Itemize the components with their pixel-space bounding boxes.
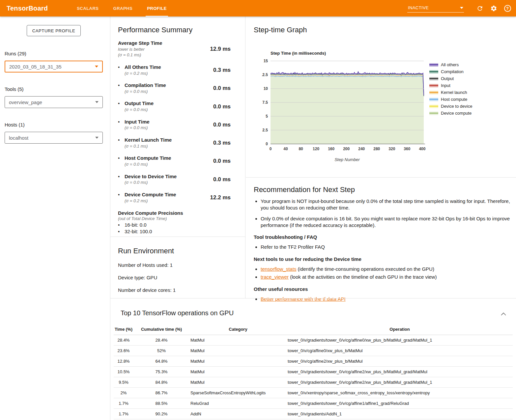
faq-bullet: Refer to the TF2 Profiler FAQ <box>261 244 514 250</box>
svg-text:12.5: 12.5 <box>262 72 268 77</box>
legend-label: Input <box>441 83 450 88</box>
tools-select[interactable]: overview_page <box>5 96 103 108</box>
summary-column: Performance Summary Average Step Time lo… <box>110 16 245 298</box>
legend-label: Output <box>441 76 454 81</box>
item-label: Kernel Launch Time <box>125 137 172 143</box>
chevron-down-icon <box>95 101 99 103</box>
table-row: 9.5%84.8%MatMultower_0/v/gradients/tower… <box>114 377 513 388</box>
help-question-glyph: ? <box>504 5 511 12</box>
header-controls: INACTIVE ? <box>407 4 511 13</box>
legend-swatch <box>429 63 438 67</box>
avg-note: lower is better <box>118 46 162 52</box>
op-category: MatMul <box>189 367 287 377</box>
op-category: AddN <box>189 409 287 419</box>
op-cumulative: 52% <box>133 346 189 356</box>
run-environment-line: Device type: GPU <box>118 275 245 280</box>
item-value: 0.0 ms <box>213 103 231 110</box>
next-tools-list: tensorflow_stats (identify the time-cons… <box>254 266 516 280</box>
performance-summary-title: Performance Summary <box>118 26 245 34</box>
item-value: 0.3 ms <box>213 140 231 146</box>
top-ops-title: Top 10 TensorFlow operations on GPU <box>121 309 234 317</box>
recommendation-bullet: Your program is NOT input-bound because … <box>261 198 514 211</box>
op-cumulative: 86.7% <box>133 388 189 398</box>
table-row: 28.4%28.4%MatMultower_0/v/gradients/towe… <box>114 335 513 346</box>
bullet: • <box>118 119 125 131</box>
op-operation: tower_0/v/gradients/tower_0/v/cg/affine2… <box>287 367 513 377</box>
legend-item: All others <box>429 61 472 68</box>
svg-text:Step Time (in milliseconds): Step Time (in milliseconds) <box>271 51 326 56</box>
tools-label: Tools (5) <box>5 86 24 92</box>
legend-item: Device compute <box>429 110 472 117</box>
op-cumulative: 84.8% <box>133 377 189 388</box>
graph-column: Step-time Graph 02.557.51012.51504080120… <box>246 16 516 298</box>
tab-graphs[interactable]: GRAPHS <box>106 0 140 16</box>
settings-gear-icon[interactable] <box>490 4 498 12</box>
svg-text:360: 360 <box>404 147 410 151</box>
capture-profile-button[interactable]: CAPTURE PROFILE <box>27 25 81 36</box>
op-cumulative: 88.5% <box>133 398 189 409</box>
item-label: Compilation Time <box>125 82 166 89</box>
op-category: ReluGrad <box>189 398 287 409</box>
op-operation: tower_0/v/cg/affine2/xw_plus_b/MatMul <box>287 356 513 367</box>
svg-text:320: 320 <box>388 147 395 151</box>
run-environment-line: Number of Hosts used: 1 <box>118 262 245 268</box>
op-time: 28.4% <box>114 335 133 346</box>
bullet: • <box>118 174 125 185</box>
op-time: 23.6% <box>114 346 133 356</box>
precisions-note: (out of Total Device Time) <box>118 216 245 221</box>
app-header: TensorBoard SCALARS GRAPHS PROFILE INACT… <box>0 0 516 16</box>
legend-swatch <box>429 98 438 101</box>
step-time-item: •Host Compute Time(σ = 0.0 ms)0.0 ms <box>118 155 245 167</box>
svg-text:0: 0 <box>266 142 268 146</box>
performance-summary-section: Performance Summary Average Step Time lo… <box>110 16 245 234</box>
item-sigma: (σ = 0.2 ms) <box>125 198 176 204</box>
op-category: MatMul <box>189 377 287 388</box>
legend-label: Host compute <box>441 97 467 102</box>
hosts-select[interactable]: localhost <box>5 132 103 144</box>
tool-link[interactable]: trace_viewer <box>261 274 289 280</box>
precisions-list: •16-bit: 0.0•32-bit: 100.0 <box>118 222 245 234</box>
faq-bullets: Refer to the TF2 Profiler FAQ <box>254 244 516 250</box>
legend-label: Kernel launch <box>441 90 467 95</box>
op-time: 10.5% <box>114 367 133 377</box>
step-time-item: •Kernel Launch Time(σ = 0.1 ms)0.3 ms <box>118 137 245 149</box>
item-sigma: (σ = 0.0 ms) <box>125 125 150 131</box>
next-tool-bullet: tensorflow_stats (identify the time-cons… <box>261 266 514 272</box>
item-label: Output Time <box>125 100 154 107</box>
tab-profile[interactable]: PROFILE <box>140 0 174 16</box>
table-row: 1.7%90.2%AddNtower_0/v/gradients/AddN_1 <box>114 409 513 419</box>
table-row: 12.8%64.8%MatMultower_0/v/cg/affine2/xw_… <box>114 356 513 367</box>
avg-sigma: (σ = 0.1 ms) <box>118 52 162 58</box>
recommendation-bullet: Only 0.0% of device computation is 16 bi… <box>261 215 514 228</box>
item-label: Input Time <box>125 119 150 125</box>
run-environment-section: Run Environment Number of Hosts used: 1D… <box>110 237 245 293</box>
step-time-graph-title: Step-time Graph <box>254 26 307 34</box>
col-category-header: Category <box>189 324 287 335</box>
op-operation: tower_0/v/gradients/tower_0/v/cg/affine1… <box>287 398 513 409</box>
status-select[interactable]: INACTIVE <box>407 4 464 13</box>
sidebar: CAPTURE PROFILE Runs (29) 2020_03_05_18_… <box>0 16 110 420</box>
recommendation-title: Recommendation for Next Step <box>254 185 516 194</box>
tab-scalars[interactable]: SCALARS <box>70 0 106 16</box>
item-sigma: (σ = 0.0 ms) <box>125 180 177 185</box>
tool-link[interactable]: tensorflow_stats <box>261 266 296 272</box>
item-value: 12.2 ms <box>210 194 231 201</box>
item-label: Host Compute Time <box>125 155 171 161</box>
refresh-icon[interactable] <box>476 4 484 12</box>
chart-legend: All othersCompilationOutputInputKernel l… <box>429 61 472 117</box>
runs-select[interactable]: 2020_03_05_18_31_35 <box>5 61 103 72</box>
svg-text:80: 80 <box>299 147 303 151</box>
step-time-item: •Compilation Time(σ = 0.0 ms)0.0 ms <box>118 82 245 94</box>
legend-swatch <box>429 77 438 80</box>
help-icon[interactable]: ? <box>503 4 511 12</box>
item-sigma: (σ = 0.0 ms) <box>125 107 154 113</box>
other-resources-title: Other useful resources <box>254 286 516 292</box>
table-row: 2%86.7%SparseSoftmaxCrossEntropyWithLogi… <box>114 388 513 398</box>
op-time: 12.8% <box>114 356 133 367</box>
svg-text:160: 160 <box>328 147 334 151</box>
legend-swatch <box>429 112 438 115</box>
tools-select-value: overview_page <box>9 99 42 105</box>
collapse-chevron-up-icon[interactable] <box>501 311 506 317</box>
op-operation: tower_0/v/cg/affine0/xw_plus_b/MatMul <box>287 346 513 356</box>
svg-text:200: 200 <box>343 147 350 151</box>
